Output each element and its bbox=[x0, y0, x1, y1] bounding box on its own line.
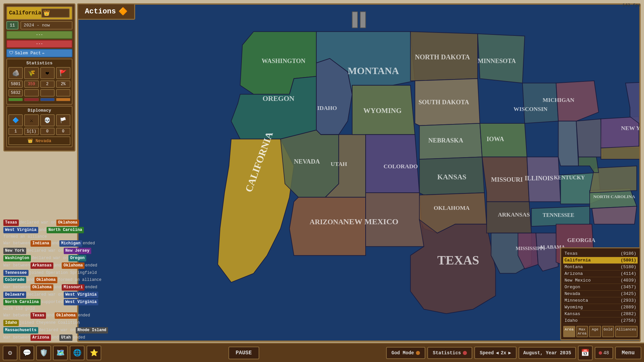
stats-item-value: (4114) bbox=[621, 271, 636, 276]
state-ohio[interactable] bbox=[576, 119, 603, 157]
truce-flag-icon[interactable]: 🏳️ bbox=[56, 114, 70, 126]
left-arrow-icon[interactable]: ◀ bbox=[496, 350, 498, 356]
stats-list-item[interactable]: California(5801) bbox=[563, 257, 638, 264]
stats-item-value: (3425) bbox=[621, 291, 636, 296]
stats-list-item[interactable]: Wyoming(2889) bbox=[563, 304, 638, 311]
map-button[interactable]: 🗺️ bbox=[53, 346, 68, 360]
edit-icon[interactable]: ✏️ bbox=[42, 51, 45, 56]
statistics-section: Statistics 🪨 🌾 ❤️ 🚩 5801 359 2 2% 5832 bbox=[6, 59, 72, 105]
stats-list-item[interactable]: Idaho(2758) bbox=[563, 317, 638, 324]
arizona-label: ARIZONA bbox=[310, 218, 343, 226]
date-badge: 2024 - now bbox=[20, 21, 72, 29]
event-tag-blue: Delaware bbox=[3, 292, 26, 298]
right-arrow-icon[interactable]: ▶ bbox=[508, 350, 511, 356]
filter-btn-gold[interactable]: Gold bbox=[602, 326, 614, 337]
oklahoma-label: OKLAHOMA bbox=[434, 205, 470, 211]
actions-button[interactable]: Actions 🔶 bbox=[77, 3, 135, 20]
event-tag-blue: Tennessee bbox=[3, 270, 29, 276]
stats-list-item[interactable]: Oregon(3457) bbox=[563, 284, 638, 291]
event-text: joined Cheyenne Coalition bbox=[19, 320, 80, 326]
new-mexico-label: NEW MEXICO bbox=[343, 217, 398, 226]
stats-list-item[interactable]: Nevada(3425) bbox=[563, 291, 638, 297]
gold-icon[interactable]: 🌾 bbox=[24, 67, 39, 79]
state-indiana[interactable] bbox=[558, 121, 579, 166]
stats-item-name: Montana bbox=[565, 264, 621, 269]
event-tag-red: Arkansas bbox=[31, 262, 53, 269]
statistics-bottom-button[interactable]: Statistics bbox=[427, 347, 472, 359]
event-tag-gray: Utah bbox=[59, 335, 72, 341]
alliance-icon[interactable]: 🔷 bbox=[8, 114, 23, 126]
diplo-count-3: 0 bbox=[40, 128, 55, 135]
wyoming-label: WYOMING bbox=[363, 107, 401, 115]
state-arizona[interactable] bbox=[289, 197, 366, 255]
diplomacy-section: Diplomacy 🔷 ⚔️ 💀 🏳️ 1 1(1) 0 0 👑 Nevada bbox=[6, 106, 72, 147]
state-maryland[interactable] bbox=[601, 146, 639, 159]
event-text: and bbox=[39, 227, 46, 233]
stat-val-8 bbox=[56, 89, 70, 97]
map-container[interactable]: CALIFORNIA OREGON WASHINGTON IDAHO NEVAD… bbox=[77, 3, 641, 342]
state-alabama[interactable] bbox=[536, 233, 558, 271]
shield-bottom-button[interactable]: 🛡️ bbox=[36, 346, 51, 360]
chat-button[interactable]: 💬 bbox=[19, 346, 34, 360]
filter-btn-alliances[interactable]: Alliances bbox=[615, 326, 638, 337]
filter-btn-max-area[interactable]: Max Area bbox=[576, 326, 588, 337]
state-pennsylvania[interactable] bbox=[601, 117, 639, 148]
stats-list-item[interactable]: Montana(5180) bbox=[563, 264, 638, 270]
skull-icon[interactable]: 💀 bbox=[40, 114, 55, 126]
mini-bar-2 bbox=[24, 98, 39, 101]
filter-btn-area[interactable]: Area bbox=[563, 326, 575, 337]
star-button[interactable]: ⭐ bbox=[87, 346, 101, 360]
war-icon[interactable]: ⚔️ bbox=[24, 114, 39, 126]
stats-list-item[interactable]: Texas(9186) bbox=[563, 250, 638, 257]
country-name-bar[interactable]: California 👑 bbox=[6, 6, 72, 20]
calendar-button[interactable]: 📅 bbox=[578, 346, 593, 360]
mini-bars bbox=[8, 98, 70, 101]
speed-button[interactable]: Speed ◀ 2x ▶ bbox=[474, 347, 517, 359]
stats-list-item[interactable]: Minnesota(2933) bbox=[563, 297, 638, 304]
event-text: and bbox=[54, 285, 61, 290]
event-text: ended bbox=[83, 241, 95, 246]
event-tag-orange: Oklahoma bbox=[56, 220, 79, 226]
god-mode-label: God Mode bbox=[391, 350, 414, 356]
stat-numbers-row2: 5832 bbox=[8, 89, 70, 97]
state-south-carolina[interactable] bbox=[592, 206, 637, 224]
south-dakota-label: SOUTH DAKOTA bbox=[419, 99, 469, 106]
stats-item-name: California bbox=[565, 258, 621, 263]
stat-val-4: 2% bbox=[56, 80, 70, 88]
settings-button[interactable]: ⚙️ bbox=[3, 346, 17, 360]
idaho-label: IDAHO bbox=[317, 105, 337, 111]
stat-val-1: 5801 bbox=[8, 80, 23, 88]
event-tag-orange: Oklahoma bbox=[62, 262, 85, 269]
population-icon[interactable]: 🪨 bbox=[8, 67, 23, 79]
filter-btn-age[interactable]: Age bbox=[589, 326, 601, 337]
pause-label-button[interactable]: PAUSE bbox=[228, 347, 259, 359]
oregon-label: OREGON bbox=[263, 95, 295, 103]
menu-button[interactable]: Menu bbox=[615, 347, 641, 359]
event-text: and bbox=[47, 313, 54, 318]
heart-icon[interactable]: ❤️ bbox=[40, 67, 55, 79]
event-item: New York declared war on New Jersey bbox=[3, 248, 117, 254]
event-text: War between bbox=[3, 285, 30, 290]
event-text: ended bbox=[85, 285, 97, 290]
utah-label: UTAH bbox=[331, 161, 347, 167]
alliance-bar[interactable]: 🛡 Salem Pact ✏️ bbox=[6, 49, 72, 57]
event-text: declared war on bbox=[27, 292, 63, 298]
event-tag-teal: Massachusetts bbox=[3, 327, 38, 334]
notification-count[interactable]: 48 bbox=[595, 347, 613, 359]
god-mode-button[interactable]: God Mode bbox=[386, 347, 425, 359]
stats-item-value: (2882) bbox=[621, 311, 636, 316]
statistics-title: Statistics bbox=[8, 61, 70, 66]
state-west-virginia[interactable] bbox=[579, 157, 599, 173]
pause-button[interactable] bbox=[352, 11, 366, 28]
north-carolina-label: NORTH CAROLINA bbox=[593, 194, 635, 199]
country-name: California bbox=[9, 10, 41, 16]
flag-icon[interactable]: 🚩 bbox=[56, 67, 70, 79]
event-text: War between bbox=[3, 313, 30, 318]
event-tag-blue: West Virginia bbox=[3, 227, 38, 233]
stats-list-item[interactable]: Arizona(4114) bbox=[563, 270, 638, 277]
globe-button[interactable]: 🌐 bbox=[70, 346, 85, 360]
turn-number: 11 bbox=[6, 21, 18, 29]
stats-list-item[interactable]: New Mexico(4039) bbox=[563, 277, 638, 284]
stats-item-name: Texas bbox=[565, 251, 621, 256]
stats-list-item[interactable]: Kansas(2882) bbox=[563, 311, 638, 317]
